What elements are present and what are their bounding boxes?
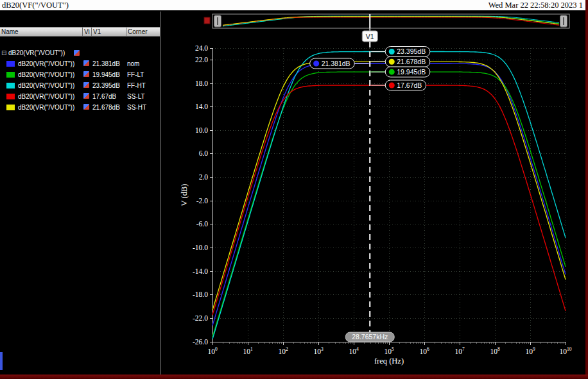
svg-text:104: 104 bbox=[349, 346, 359, 355]
plot-svg[interactable]: 24.022.018.014.010.06.02.0-2.0-6.0-10.0-… bbox=[161, 12, 585, 375]
trace-name: dB20(VR("/VOUT")) bbox=[18, 82, 74, 89]
callout-dot bbox=[389, 59, 395, 65]
axes bbox=[210, 48, 566, 345]
svg-text:108: 108 bbox=[490, 346, 500, 355]
trace-name: dB20(VR("/VOUT")) bbox=[18, 93, 74, 100]
callout-label: 21.381dB bbox=[322, 60, 350, 67]
window-border-right bbox=[585, 0, 588, 379]
svg-text:10.0: 10.0 bbox=[195, 126, 208, 134]
svg-text:-6.0: -6.0 bbox=[196, 220, 208, 228]
trace-marker-icon bbox=[83, 104, 89, 110]
callout-label: 21.678dB bbox=[397, 58, 426, 65]
svg-text:14.0: 14.0 bbox=[195, 103, 208, 110]
signal-row[interactable]: dB20(VR("/VOUT"))17.67dBSS-LT bbox=[0, 91, 160, 102]
trace-corner: SS-LT bbox=[126, 93, 160, 100]
callout-dot bbox=[389, 82, 395, 88]
svg-text:18.0: 18.0 bbox=[195, 80, 208, 87]
trace-marker-icon bbox=[74, 50, 80, 56]
signal-row[interactable]: dB20(VR("/VOUT"))19.945dBFF-LT bbox=[0, 69, 160, 80]
tree-collapse-icon[interactable]: ⊟ bbox=[1, 49, 8, 56]
svg-text:109: 109 bbox=[525, 346, 535, 355]
callout-label: 19.945dB bbox=[397, 68, 426, 76]
svg-text:6.0: 6.0 bbox=[199, 149, 209, 157]
callout-label: 23.395dB bbox=[397, 47, 426, 55]
callout-label: 17.67dB bbox=[397, 81, 422, 89]
svg-text:V (dB): V (dB) bbox=[180, 184, 189, 206]
trace-marker-icon bbox=[83, 93, 89, 99]
callout-dot bbox=[389, 69, 395, 75]
callout-dot bbox=[389, 49, 395, 55]
trace-cursor-value: 23.395dB bbox=[91, 82, 126, 89]
trace-color-swatch[interactable] bbox=[6, 94, 15, 99]
signal-browser-panel: Name Vi V1 Corner ⊟ dB20(VR("/VOUT")) dB… bbox=[0, 12, 160, 375]
svg-text:-22.0: -22.0 bbox=[193, 314, 208, 322]
svg-text:101: 101 bbox=[243, 346, 253, 355]
signal-row[interactable]: dB20(VR("/VOUT"))21.678dBSS-HT bbox=[0, 102, 160, 113]
trace-marker-icon bbox=[83, 60, 89, 66]
svg-text:V1: V1 bbox=[366, 33, 374, 40]
trace-name: dB20(VR("/VOUT")) bbox=[18, 71, 74, 78]
trace-marker-icon bbox=[83, 71, 89, 77]
trace-color-swatch[interactable] bbox=[6, 72, 15, 78]
svg-text:103: 103 bbox=[313, 346, 324, 355]
strip-left-icon bbox=[204, 17, 210, 24]
window-title: dB20(VF("/VOUT") bbox=[2, 1, 69, 10]
trace-color-swatch[interactable] bbox=[6, 83, 15, 88]
svg-text:-18.0: -18.0 bbox=[193, 291, 208, 298]
svg-text:-2.0: -2.0 bbox=[196, 197, 208, 205]
plot-area: 24.022.018.014.010.06.02.0-2.0-6.0-10.0-… bbox=[161, 12, 585, 375]
svg-text:2.0: 2.0 bbox=[199, 173, 209, 181]
column-header-corner[interactable]: Corner bbox=[126, 28, 160, 36]
svg-text:freq (Hz): freq (Hz) bbox=[374, 357, 404, 366]
grid bbox=[212, 48, 566, 342]
trace-cursor-value: 21.381dB bbox=[91, 60, 126, 67]
callout-dot bbox=[313, 60, 319, 66]
svg-text:28.7657kHz: 28.7657kHz bbox=[352, 333, 388, 341]
window-border-bottom bbox=[0, 375, 588, 379]
svg-text:-14.0: -14.0 bbox=[193, 267, 208, 275]
signal-row[interactable]: dB20(VR("/VOUT"))21.381dBnom bbox=[0, 58, 160, 69]
signal-rows: ⊟ dB20(VR("/VOUT")) dB20(VR("/VOUT"))21.… bbox=[0, 47, 160, 113]
svg-text:102: 102 bbox=[278, 346, 288, 355]
trace-color-swatch[interactable] bbox=[6, 105, 15, 110]
trace-name: dB20(VR("/VOUT")) bbox=[18, 60, 74, 67]
svg-text:24.0: 24.0 bbox=[195, 44, 208, 52]
svg-text:106: 106 bbox=[419, 346, 429, 355]
svg-text:-26.0: -26.0 bbox=[193, 338, 208, 346]
trace-cursor-value: 19.945dB bbox=[91, 71, 126, 78]
svg-text:-10.0: -10.0 bbox=[193, 244, 208, 251]
trace-cursor-value: 17.67dB bbox=[91, 93, 126, 100]
column-header-v1[interactable]: V1 bbox=[91, 28, 126, 36]
tick-labels: 24.022.018.014.010.06.02.0-2.0-6.0-10.0-… bbox=[180, 44, 572, 366]
trace-cursor-value: 21.678dB bbox=[91, 104, 126, 111]
trace-corner: nom bbox=[126, 60, 160, 67]
svg-text:22.0: 22.0 bbox=[195, 56, 208, 63]
trace-marker-icon bbox=[83, 82, 89, 88]
waveform-window: dB20(VF("/VOUT") Wed Mar 22 22:58:20 202… bbox=[0, 0, 588, 379]
signal-row[interactable]: dB20(VR("/VOUT"))23.395dBFF-HT bbox=[0, 80, 160, 91]
window-datetime: Wed Mar 22 22:58:20 2023 1 bbox=[489, 1, 583, 10]
column-header-vi[interactable]: Vi bbox=[82, 28, 91, 36]
svg-text:107: 107 bbox=[454, 346, 465, 355]
column-header-name[interactable]: Name bbox=[0, 28, 82, 35]
svg-text:100: 100 bbox=[207, 346, 218, 355]
overview-strip[interactable] bbox=[204, 14, 569, 28]
trace-corner: SS-HT bbox=[126, 104, 160, 111]
svg-text:1010: 1010 bbox=[560, 346, 572, 355]
signal-group-row[interactable]: ⊟ dB20(VR("/VOUT")) bbox=[0, 47, 160, 58]
trace-name: dB20(VR("/VOUT")) bbox=[18, 104, 74, 111]
svg-text:105: 105 bbox=[384, 346, 394, 355]
panel-scroll-indicator[interactable] bbox=[0, 352, 3, 370]
trace-SS-HT bbox=[212, 62, 566, 310]
trace-corner: FF-HT bbox=[126, 82, 160, 89]
signal-table-header[interactable]: Name Vi V1 Corner bbox=[0, 27, 160, 37]
signal-group-label: dB20(VR("/VOUT")) bbox=[8, 49, 65, 56]
trace-corner: FF-LT bbox=[126, 71, 160, 78]
trace-color-swatch[interactable] bbox=[6, 61, 15, 67]
titlebar: dB20(VF("/VOUT") Wed Mar 22 22:58:20 202… bbox=[0, 0, 588, 11]
